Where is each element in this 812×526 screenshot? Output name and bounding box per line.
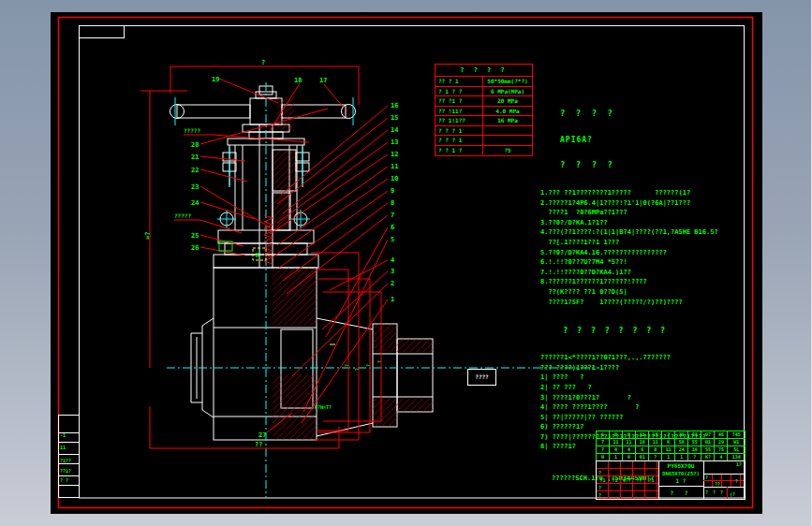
drawing-number: PY65X70U (658, 462, 703, 470)
part-label-right: 7 (391, 212, 394, 219)
note-line: 5.??0?/D?KA4.16.???????????????? (540, 248, 775, 258)
parts-cell: W1 (727, 439, 745, 446)
parts-cell: 0 (622, 431, 635, 438)
part-label-right: 5 (391, 236, 394, 243)
packing-spring (264, 215, 273, 264)
part-label-left: 23 (191, 183, 199, 191)
param-row: ?? ?1 ?20 MPa (436, 96, 532, 107)
part-label-left: 22 (191, 167, 199, 174)
parts-cell: 7 (661, 431, 674, 438)
part-label-right: 6 (391, 224, 394, 231)
param-label: ?? !11? (436, 107, 483, 116)
param-row: ? ? ? 1 (436, 126, 532, 137)
parts-cell: 4 (622, 446, 635, 453)
stage-mark-grid: ? ?? ? (703, 474, 744, 488)
parts-cell: 134 (727, 454, 745, 460)
leader-line (326, 227, 388, 337)
parts-cell: 81 (687, 431, 701, 438)
revision-mark: ? (598, 470, 601, 475)
notes-standard: API6A? (560, 136, 775, 145)
parameter-table: ? ? ? ? ?? ? 150*50mm(?*?)? 1 ? ?6 MPa(M… (435, 64, 533, 156)
right-dim-rot-label: ? (354, 368, 360, 371)
note-line: 3| ????1?0???1? ? (540, 393, 775, 403)
parts-cell: 6 (597, 431, 609, 438)
parts-cell: 10 (648, 431, 661, 438)
param-row: ?? 1!1??16 MPa (436, 116, 532, 126)
parts-cell: 55 (701, 446, 714, 453)
part-label-27: 27 (258, 431, 266, 439)
title-block: ?1?14?????1 ? ? ? PY65X70U DN65X70(25?) … (596, 460, 746, 500)
notes-tech-heading: ? ? ? ? (560, 160, 775, 170)
grid-mark: ? (705, 475, 708, 480)
part-label-right: 12 (391, 151, 398, 158)
note-line: ????1 ?0?6MPa??1??? (540, 208, 775, 218)
outlet-cone (317, 318, 373, 436)
param-label: ? 1 ? ? (436, 87, 483, 96)
left-dim-label: ≈? (144, 232, 152, 240)
param-value: ?5 (483, 146, 532, 155)
part-label-left: 21 (191, 153, 199, 161)
param-row: ?? !11?4.0 MPa (436, 107, 532, 117)
param-value (483, 136, 532, 145)
parts-cell: 24 (674, 446, 687, 453)
sheet-of-field: ? ? ? (705, 489, 724, 496)
param-value: 16 MPa (483, 116, 532, 125)
parts-cell: 1 (661, 454, 674, 460)
sheet-no-field: (? (730, 490, 735, 498)
drawing-labels: ? ?? ≈? ? ? ? ? P?N=T? ????? ????? K 18 … (60, 59, 398, 483)
parts-cell: 4 (609, 446, 622, 453)
part-label-19: 19 (212, 76, 219, 83)
parts-cell: 97 (701, 431, 714, 438)
note-line: ??(K???? ??1 0??D(5| (540, 287, 775, 298)
revision-table: ?1?14?????1 ? ? ? (597, 461, 659, 499)
parts-cell: 7 (597, 439, 609, 446)
rev-cell: ?1 (597, 476, 609, 484)
parts-cell: K? (701, 454, 714, 460)
part-label-right: 13 (391, 139, 398, 146)
part-label-right: 9 (391, 187, 394, 195)
title-block-center: PY65X70U DN65X70(25?) 1 ? ? ? (658, 461, 704, 499)
parts-cell: 5L (727, 446, 745, 453)
part-label-right: 14 (391, 126, 398, 134)
parts-cell: 745 (727, 431, 745, 438)
parts-cell: 11 (609, 439, 622, 446)
note-line: 8.??????1??????1??????!???? (540, 277, 775, 287)
param-label: ? ? 1 ? (436, 146, 483, 155)
notes-heading: ? ? ? ? (560, 109, 775, 119)
handwheel-bar (177, 105, 250, 118)
param-value: 4.0 MPa (483, 107, 532, 116)
parts-cell: 11 (622, 439, 635, 446)
parts-cell: 11 (648, 439, 661, 446)
right-dim-rot-label: ? (344, 364, 349, 367)
parts-cell: ? (648, 454, 661, 460)
param-row: ?? ? 150*50mm(?*?) (436, 77, 532, 87)
note-line: 6.!.!!?0??7U?7M4 *5??! (540, 257, 775, 268)
parts-cell: 50 (674, 439, 687, 446)
part-label-left: 25 (191, 232, 199, 240)
parts-cell: K (661, 439, 674, 446)
parameter-table-title: ? ? ? ? (436, 65, 532, 77)
bottom-dim-label: ?? (255, 441, 262, 448)
part-label-right: 16 (391, 102, 398, 110)
param-label: ?? 1!1?? (436, 116, 483, 125)
note-line: 1| ???? ? (540, 373, 775, 383)
strip-label: ?1?? (60, 458, 71, 463)
desktop-background: { "palette":{"background_top":"#8495aa",… (0, 0, 812, 526)
param-label: ? ? ? 1 (436, 126, 483, 136)
part-label-left: 26 (191, 244, 199, 252)
param-value (483, 126, 532, 136)
leader-line (200, 186, 272, 228)
note-line: 3.??0?/D?KA.1?1?? (540, 218, 775, 228)
parts-cell: 10 (687, 446, 701, 453)
rev-cell: ?1 (645, 476, 657, 484)
note-line: ??? ????)1???1 1???? (540, 363, 775, 373)
strip-label: -1 (60, 432, 66, 438)
note-line: ??????1<*????1??0?1???,.,.?7????? (540, 353, 775, 363)
note-line: 1.??? ??1????????1????? ??????(1? (540, 188, 775, 198)
part-label-right: 15 (391, 114, 398, 122)
part-label-right: 8 (391, 199, 394, 207)
revision-header-cells: ?1?14?????1 (597, 476, 658, 484)
part-label-right: 10 (391, 175, 398, 183)
lower-note: ????? (174, 212, 191, 219)
param-row: ? ? ? 1 (436, 136, 532, 146)
